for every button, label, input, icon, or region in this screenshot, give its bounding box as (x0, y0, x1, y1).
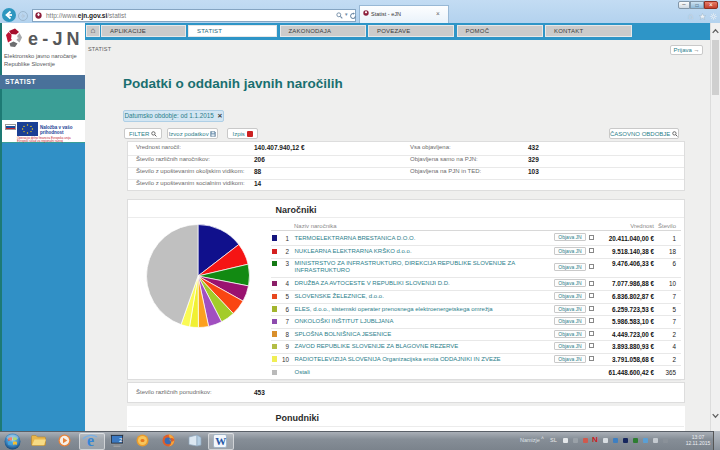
svg-text:W: W (215, 435, 226, 447)
